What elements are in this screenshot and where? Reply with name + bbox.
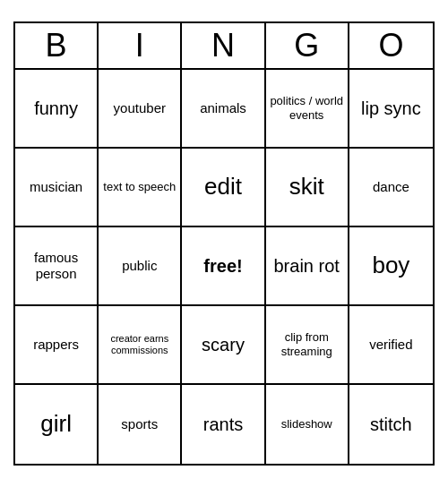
bingo-cell-3[interactable]: politics / world events (266, 70, 349, 149)
bingo-cell-17[interactable]: scary (182, 306, 265, 385)
header-letter-o: O (349, 23, 433, 68)
bingo-cell-14[interactable]: boy (349, 227, 433, 306)
bingo-cell-15[interactable]: rappers (15, 306, 99, 385)
bingo-cell-23[interactable]: slideshow (266, 385, 349, 464)
bingo-cell-4[interactable]: lip sync (349, 70, 433, 149)
header-letter-n: N (182, 23, 265, 68)
bingo-cell-6[interactable]: text to speech (99, 149, 182, 227)
bingo-cell-1[interactable]: youtuber (99, 70, 182, 149)
bingo-cell-7[interactable]: edit (182, 149, 265, 227)
bingo-card: BINGO funnyyoutuberanimalspolitics / wor… (13, 21, 435, 466)
header-letter-b: B (15, 23, 99, 68)
bingo-cell-0[interactable]: funny (15, 70, 99, 149)
bingo-cell-8[interactable]: skit (266, 149, 349, 227)
bingo-cell-2[interactable]: animals (182, 70, 265, 149)
bingo-cell-20[interactable]: girl (15, 385, 99, 464)
bingo-cell-21[interactable]: sports (99, 385, 182, 464)
bingo-grid: funnyyoutuberanimalspolitics / world eve… (15, 70, 433, 464)
bingo-cell-18[interactable]: clip from streaming (266, 306, 349, 385)
header-letter-i: I (99, 23, 182, 68)
bingo-cell-10[interactable]: famous person (15, 227, 99, 306)
bingo-cell-5[interactable]: musician (15, 149, 99, 227)
header-letter-g: G (266, 23, 349, 68)
bingo-cell-24[interactable]: stitch (349, 385, 433, 464)
bingo-header: BINGO (15, 23, 433, 70)
bingo-cell-19[interactable]: verified (349, 306, 433, 385)
bingo-cell-22[interactable]: rants (182, 385, 265, 464)
bingo-cell-12[interactable]: free! (182, 227, 265, 306)
bingo-cell-13[interactable]: brain rot (266, 227, 349, 306)
bingo-cell-9[interactable]: dance (349, 149, 433, 227)
bingo-cell-11[interactable]: public (99, 227, 182, 306)
bingo-cell-16[interactable]: creator earns commissions (99, 306, 182, 385)
